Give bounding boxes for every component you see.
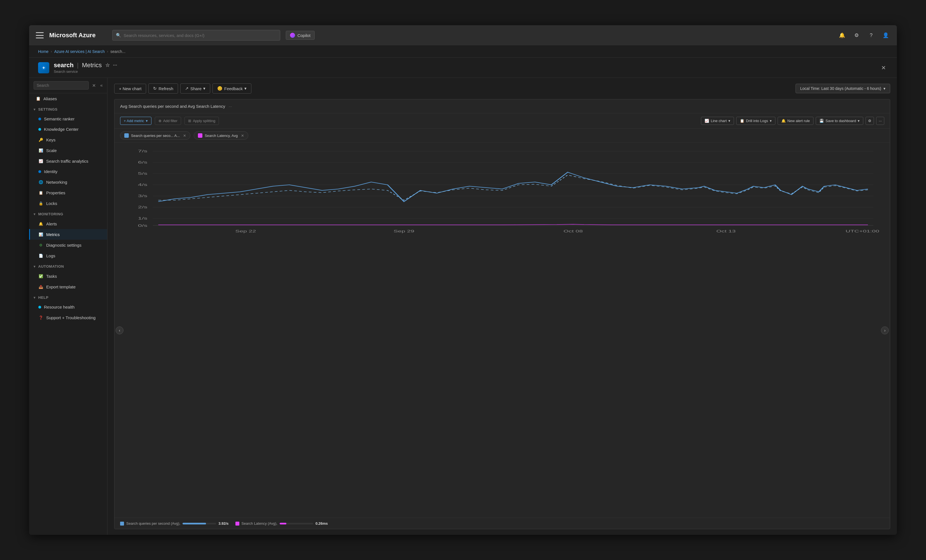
- refresh-button[interactable]: ↻ Refresh: [148, 83, 178, 94]
- sidebar-collapse-icon[interactable]: «: [99, 82, 104, 89]
- apply-splitting-button[interactable]: ⊞ Apply splitting: [185, 117, 219, 125]
- new-alert-button[interactable]: 🔔 New alert rule: [778, 117, 814, 125]
- notifications-icon[interactable]: 🔔: [838, 31, 846, 40]
- page-title-group: search | Metrics ☆ ··· Search service: [54, 62, 117, 74]
- add-metric-label: + Add metric: [124, 119, 144, 123]
- profile-icon[interactable]: 👤: [881, 31, 890, 40]
- sidebar-label-logs: Logs: [46, 253, 55, 258]
- sidebar-item-alerts[interactable]: 🔔 Alerts: [29, 218, 107, 229]
- favorite-icon[interactable]: ☆: [105, 62, 110, 68]
- legend-pill-queries[interactable]: Search queries per seco... A... ✕: [120, 131, 191, 140]
- global-search-input[interactable]: [123, 33, 277, 38]
- close-button[interactable]: ✕: [879, 63, 888, 72]
- breadcrumb-ai-services[interactable]: Azure AI services | AI Search: [54, 49, 105, 54]
- svg-text:7/s: 7/s: [138, 149, 148, 153]
- global-search-bar[interactable]: 🔍: [112, 30, 280, 41]
- sidebar: ✕ « 📋 Aliases ▾ Settings Semantic ranker…: [29, 78, 107, 535]
- scale-icon: 📊: [38, 148, 43, 153]
- breadcrumb: Home › Azure AI services | AI Search › s…: [29, 45, 897, 58]
- export-template-icon: 📤: [38, 284, 43, 289]
- monitoring-section-label: Monitoring: [38, 212, 63, 216]
- sidebar-label-scale: Scale: [46, 148, 57, 153]
- add-filter-button[interactable]: ⊕ Add filter: [155, 117, 181, 125]
- chart-svg: 7/s 6/s 5/s 4/s 3/s 2/s 1/s 0/s Sep 22 S…: [120, 145, 884, 235]
- legend-pill-latency-close[interactable]: ✕: [241, 133, 244, 138]
- top-right-icons: 🔔 ⚙ ? 👤: [838, 31, 890, 40]
- legend-pill-queries-label: Search queries per seco... A...: [131, 133, 180, 138]
- line-chart-button[interactable]: 📈 Line chart ▾: [701, 117, 734, 125]
- sidebar-item-scale[interactable]: 📊 Scale: [29, 145, 107, 156]
- copilot-button[interactable]: Copilot: [286, 31, 315, 40]
- chart-settings-icon[interactable]: ⚙: [865, 117, 874, 125]
- top-bar: Microsoft Azure 🔍 Copilot 🔔 ⚙ ? 👤: [29, 25, 897, 45]
- settings-icon[interactable]: ⚙: [852, 31, 861, 40]
- help-icon[interactable]: ?: [867, 31, 876, 40]
- sidebar-label-identity: Identity: [44, 169, 57, 174]
- sidebar-item-knowledge-center[interactable]: Knowledge Center: [29, 124, 107, 135]
- time-selector[interactable]: Local Time: Last 30 days (Automatic - 6 …: [796, 84, 890, 93]
- sidebar-item-aliases[interactable]: 📋 Aliases: [29, 93, 107, 104]
- sidebar-item-networking[interactable]: 🌐 Networking: [29, 177, 107, 187]
- sidebar-search-input[interactable]: [33, 81, 89, 89]
- chart-more-icon[interactable]: ···: [876, 117, 884, 125]
- add-metric-button[interactable]: + Add metric ▾: [120, 117, 151, 125]
- sidebar-item-resource-health[interactable]: Resource health: [29, 302, 107, 312]
- footer-legend-latency: Search Latency (Avg), 0.26ms: [235, 521, 328, 525]
- line-chart-chevron: ▾: [728, 119, 730, 123]
- chart-nav-right[interactable]: ›: [881, 327, 889, 334]
- sidebar-label-export-template: Export template: [46, 285, 76, 289]
- footer-latency-bar-fill: [280, 523, 286, 524]
- sidebar-item-semantic-ranker[interactable]: Semantic ranker: [29, 114, 107, 124]
- more-options-icon[interactable]: ···: [113, 62, 117, 68]
- sidebar-item-keys[interactable]: 🔑 Keys: [29, 135, 107, 145]
- breadcrumb-home[interactable]: Home: [38, 49, 48, 54]
- sidebar-section-help[interactable]: ▾ Help: [29, 293, 107, 302]
- copilot-icon: [290, 33, 295, 38]
- sidebar-item-logs[interactable]: 📄 Logs: [29, 250, 107, 261]
- new-chart-button[interactable]: + New chart: [114, 84, 146, 94]
- share-chevron: ▾: [203, 86, 206, 91]
- sidebar-item-support-troubleshooting[interactable]: ❓ Support + Troubleshooting: [29, 312, 107, 323]
- sidebar-section-settings[interactable]: ▾ Settings: [29, 105, 107, 114]
- settings-section-label: Settings: [38, 107, 57, 112]
- breadcrumb-search[interactable]: search...: [110, 49, 126, 54]
- sidebar-item-search-traffic-analytics[interactable]: 📈 Search traffic analytics: [29, 156, 107, 166]
- drill-logs-button[interactable]: 📋 Drill into Logs ▾: [736, 117, 775, 125]
- save-dashboard-button[interactable]: 💾 Save to dashboard ▾: [816, 117, 863, 125]
- sidebar-label-knowledge-center: Knowledge Center: [44, 127, 79, 132]
- properties-icon: 📋: [38, 190, 43, 195]
- sidebar-search-clear[interactable]: ✕: [91, 82, 97, 89]
- chart-nav-left[interactable]: ‹: [116, 327, 123, 334]
- automation-section-label: Automation: [38, 264, 64, 268]
- main-window: Microsoft Azure 🔍 Copilot 🔔 ⚙ ? 👤 Home ›…: [29, 25, 897, 535]
- add-metric-chevron: ▾: [146, 119, 148, 123]
- sidebar-section-monitoring[interactable]: ▾ Monitoring: [29, 210, 107, 218]
- sidebar-item-export-template[interactable]: 📤 Export template: [29, 282, 107, 292]
- share-button[interactable]: ↗ Share ▾: [180, 83, 210, 94]
- copilot-label: Copilot: [297, 33, 310, 38]
- support-icon: ❓: [38, 315, 43, 320]
- legend-pill-queries-close[interactable]: ✕: [183, 133, 186, 138]
- toolbar-right: Local Time: Last 30 days (Automatic - 6 …: [796, 84, 890, 93]
- sidebar-label-metrics: Metrics: [46, 232, 60, 237]
- sidebar-label-semantic-ranker: Semantic ranker: [44, 117, 74, 121]
- feedback-button[interactable]: 😊 Feedback ▾: [212, 83, 251, 94]
- sidebar-item-diagnostic-settings[interactable]: ⚙ Diagnostic settings: [29, 240, 107, 250]
- feedback-chevron: ▾: [244, 86, 247, 91]
- aliases-icon: 📋: [36, 96, 41, 101]
- legend-pill-latency[interactable]: Search Latency, Avg ✕: [194, 131, 248, 140]
- new-alert-icon: 🔔: [781, 119, 786, 123]
- sidebar-item-metrics[interactable]: 📊 Metrics: [29, 229, 107, 240]
- automation-chevron: ▾: [33, 265, 36, 268]
- sidebar-label-networking: Networking: [46, 180, 67, 185]
- sidebar-item-properties[interactable]: 📋 Properties: [29, 187, 107, 198]
- sidebar-item-identity[interactable]: Identity: [29, 166, 107, 177]
- diagnostic-settings-icon: ⚙: [38, 242, 43, 248]
- svg-text:0/s: 0/s: [138, 224, 148, 227]
- menu-hamburger[interactable]: [36, 32, 44, 38]
- sidebar-item-tasks[interactable]: ✅ Tasks: [29, 271, 107, 282]
- sidebar-section-automation[interactable]: ▾ Automation: [29, 262, 107, 271]
- page-header: search | Metrics ☆ ··· Search service ✕: [29, 58, 897, 78]
- save-icon: 💾: [819, 119, 824, 123]
- sidebar-item-locks[interactable]: 🔒 Locks: [29, 198, 107, 209]
